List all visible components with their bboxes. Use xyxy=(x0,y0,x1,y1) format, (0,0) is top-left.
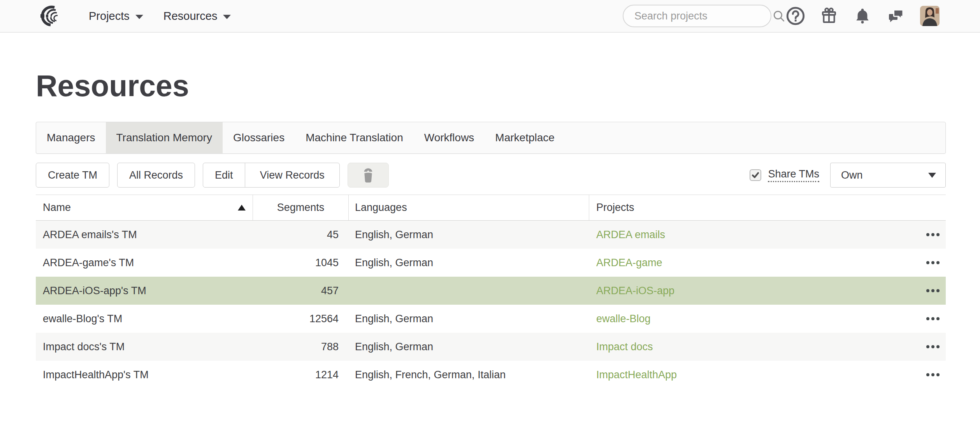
column-header-languages[interactable]: Languages xyxy=(349,195,589,220)
tm-scope-select[interactable]: Own xyxy=(830,163,946,188)
project-link[interactable]: Impact docs xyxy=(596,341,653,353)
notifications-button[interactable] xyxy=(853,7,872,25)
table-row[interactable]: ARDEA emails's TM 45 English, German ARD… xyxy=(36,221,946,249)
tm-name: ARDEA-game's TM xyxy=(36,249,253,277)
row-actions-cell xyxy=(919,305,946,333)
row-actions-button[interactable] xyxy=(926,313,940,324)
nav-projects-label: Projects xyxy=(89,10,130,23)
tm-name: ImpactHealthApp's TM xyxy=(36,361,253,389)
edit-button[interactable]: Edit xyxy=(203,163,245,188)
tm-table-header: Name Segments Languages Projects xyxy=(36,195,946,221)
tm-segments: 457 xyxy=(253,277,349,305)
tm-languages: English, German xyxy=(349,305,589,333)
tm-languages: English, German xyxy=(349,221,589,249)
tm-segments: 12564 xyxy=(253,305,349,333)
table-row-selected[interactable]: ARDEA-iOS-app's TM 457 ARDEA-iOS-app xyxy=(36,277,946,305)
tm-project-cell: ARDEA emails xyxy=(589,221,919,249)
project-link[interactable]: ARDEA-iOS-app xyxy=(596,285,674,297)
page-title: Resources xyxy=(36,71,946,101)
row-actions-button[interactable] xyxy=(926,257,940,268)
row-actions-cell xyxy=(919,361,946,389)
help-icon xyxy=(786,7,805,25)
view-records-button[interactable]: View Records xyxy=(245,163,340,188)
table-row[interactable]: Impact docs's TM 788 English, German Imp… xyxy=(36,333,946,361)
bell-icon xyxy=(853,7,872,25)
tm-languages: English, German xyxy=(349,333,589,361)
row-actions-cell xyxy=(919,221,946,249)
tm-segments: 1214 xyxy=(253,361,349,389)
nav-projects-menu[interactable]: Projects xyxy=(89,10,143,23)
table-row[interactable]: ImpactHealthApp's TM 1214 English, Frenc… xyxy=(36,361,946,389)
chat-button[interactable] xyxy=(887,7,905,25)
tm-languages: English, French, German, Italian xyxy=(349,361,589,389)
table-row[interactable]: ewalle-Blog's TM 12564 English, German e… xyxy=(36,305,946,333)
project-link[interactable]: ARDEA-game xyxy=(596,257,662,269)
tm-scope-value: Own xyxy=(841,169,863,181)
help-button[interactable] xyxy=(786,7,805,25)
tm-project-cell: ARDEA-iOS-app xyxy=(589,277,919,305)
tm-table: Name Segments Languages Projects ARDEA e… xyxy=(36,195,946,389)
tm-project-cell: Impact docs xyxy=(589,333,919,361)
tm-segments: 45 xyxy=(253,221,349,249)
project-link[interactable]: ImpactHealthApp xyxy=(596,369,677,381)
tab-machine-translation[interactable]: Machine Translation xyxy=(295,122,414,153)
all-records-button[interactable]: All Records xyxy=(117,163,195,188)
chevron-down-icon xyxy=(223,15,231,19)
gift-icon xyxy=(820,7,838,25)
search-projects-input[interactable] xyxy=(634,10,772,22)
search-projects-box[interactable] xyxy=(623,5,771,27)
trash-icon xyxy=(360,167,376,183)
tm-project-cell: ewalle-Blog xyxy=(589,305,919,333)
tm-name: ARDEA-iOS-app's TM xyxy=(36,277,253,305)
tm-project-cell: ARDEA-game xyxy=(589,249,919,277)
column-header-segments[interactable]: Segments xyxy=(253,195,349,220)
table-row[interactable]: ARDEA-game's TM 1045 English, German ARD… xyxy=(36,249,946,277)
gift-button[interactable] xyxy=(820,7,838,25)
nav-resources-menu[interactable]: Resources xyxy=(163,10,231,23)
tm-segments: 1045 xyxy=(253,249,349,277)
sort-ascending-icon xyxy=(238,205,246,211)
tm-name: ARDEA emails's TM xyxy=(36,221,253,249)
nav-resources-label: Resources xyxy=(163,10,218,23)
share-tms-checkbox[interactable] xyxy=(750,169,761,181)
tm-languages: English, German xyxy=(349,249,589,277)
column-header-projects[interactable]: Projects xyxy=(589,195,946,220)
row-actions-cell xyxy=(919,249,946,277)
search-icon xyxy=(772,9,785,23)
share-tms-label[interactable]: Share TMs xyxy=(768,168,819,182)
resources-tab-bar: Managers Translation Memory Glossaries M… xyxy=(36,122,946,154)
checkmark-icon xyxy=(751,170,760,180)
tab-workflows[interactable]: Workflows xyxy=(414,122,485,153)
tab-managers[interactable]: Managers xyxy=(36,122,106,153)
tm-segments: 788 xyxy=(253,333,349,361)
records-button-group: Edit View Records xyxy=(203,163,340,188)
row-actions-cell xyxy=(919,333,946,361)
column-header-name[interactable]: Name xyxy=(36,195,253,220)
project-link[interactable]: ARDEA emails xyxy=(596,229,665,241)
avatar-photo xyxy=(920,6,940,26)
chevron-down-icon xyxy=(928,173,936,178)
chevron-down-icon xyxy=(135,15,143,19)
row-actions-button[interactable] xyxy=(926,369,940,380)
tm-name: Impact docs's TM xyxy=(36,333,253,361)
toolbar-right-cluster: Share TMs Own xyxy=(750,163,946,188)
tm-project-cell: ImpactHealthApp xyxy=(589,361,919,389)
project-link[interactable]: ewalle-Blog xyxy=(596,313,651,325)
app-logo-icon[interactable] xyxy=(37,4,63,28)
row-actions-button[interactable] xyxy=(926,285,940,296)
delete-tm-button[interactable] xyxy=(348,163,389,188)
row-actions-button[interactable] xyxy=(926,341,940,352)
user-avatar[interactable] xyxy=(920,6,940,26)
tab-translation-memory[interactable]: Translation Memory xyxy=(106,122,223,153)
tm-toolbar: Create TM All Records Edit View Records … xyxy=(36,163,946,188)
topbar-right-cluster xyxy=(623,5,940,27)
tm-languages xyxy=(349,277,589,305)
tab-marketplace[interactable]: Marketplace xyxy=(485,122,565,153)
chat-icon xyxy=(887,7,905,25)
row-actions-button[interactable] xyxy=(926,229,940,240)
tab-glossaries[interactable]: Glossaries xyxy=(223,122,295,153)
create-tm-button[interactable]: Create TM xyxy=(36,163,109,188)
tm-name: ewalle-Blog's TM xyxy=(36,305,253,333)
row-actions-cell xyxy=(919,277,946,305)
top-navigation-bar: Projects Resources xyxy=(0,0,980,33)
